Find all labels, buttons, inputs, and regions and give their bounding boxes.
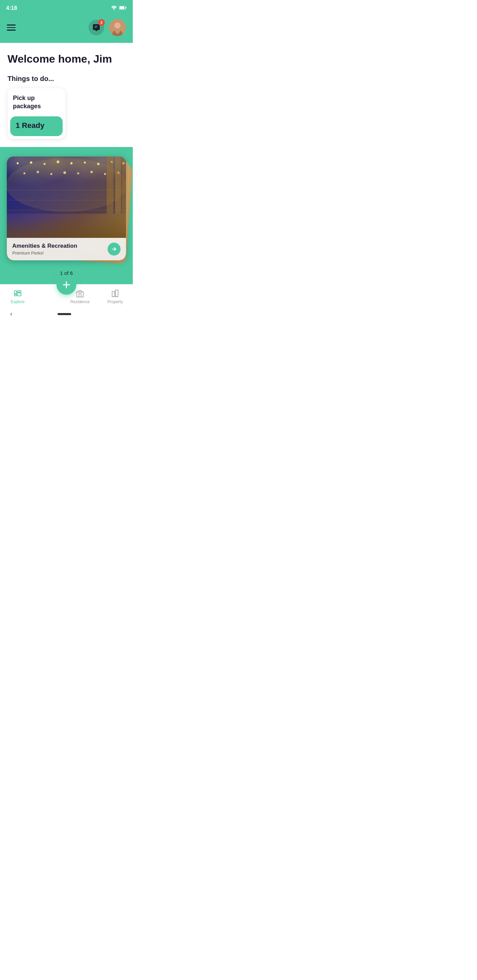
fab-button[interactable] [56, 275, 76, 295]
explore-icon [13, 288, 22, 298]
svg-point-5 [115, 22, 121, 29]
nav-item-explore[interactable]: Explore [0, 288, 35, 305]
svg-rect-31 [122, 156, 126, 214]
things-heading: Things to do... [8, 75, 125, 83]
nav-item-property[interactable]: Property [98, 288, 133, 305]
svg-point-0 [114, 9, 115, 10]
header-actions: 2 [89, 19, 126, 36]
nav-label-explore: Explore [11, 299, 24, 304]
user-avatar[interactable] [109, 19, 126, 36]
property-icon [110, 288, 120, 298]
svg-rect-29 [107, 156, 113, 214]
status-icons [111, 5, 127, 11]
svg-rect-34 [14, 291, 17, 294]
card-overlay-text: Amenities & Recreation Premium Perks! [12, 243, 77, 256]
things-section: Things to do... Pick up packages 1 Ready [0, 72, 133, 147]
card-subtitle: Premium Perks! [12, 250, 77, 256]
welcome-title: Welcome home, Jim [8, 52, 125, 65]
home-indicator[interactable] [57, 313, 71, 315]
status-bar: 4:18 [0, 0, 133, 15]
card-overlay: Amenities & Recreation Premium Perks! [7, 238, 126, 260]
bottom-nav: Explore Residence Property [0, 284, 133, 307]
chat-button[interactable]: 2 [89, 20, 104, 35]
avatar-image [109, 19, 126, 36]
svg-rect-39 [112, 292, 115, 297]
carousel-section: Amenities & Recreation Premium Perks! 1 … [0, 147, 133, 284]
carousel-container: Amenities & Recreation Premium Perks! [0, 156, 133, 266]
carousel-card-main[interactable]: Amenities & Recreation Premium Perks! [7, 156, 126, 260]
svg-rect-3 [126, 7, 126, 8]
task-card-bottom: 1 Ready [10, 116, 63, 136]
residence-icon [75, 288, 85, 298]
task-title: Pick up packages [13, 94, 60, 110]
task-status: 1 Ready [16, 121, 57, 130]
system-nav-bar: ‹ [0, 307, 133, 322]
svg-rect-30 [115, 156, 121, 214]
hamburger-menu[interactable] [7, 24, 16, 30]
svg-rect-2 [120, 6, 124, 9]
ceiling-lights-svg [7, 156, 126, 214]
header: 2 [0, 15, 133, 43]
svg-point-8 [17, 162, 19, 164]
wifi-icon [111, 5, 117, 11]
chat-badge: 2 [98, 19, 105, 26]
svg-rect-35 [14, 294, 17, 296]
plus-icon [61, 280, 72, 290]
arrow-right-icon [111, 246, 117, 252]
task-card-top: Pick up packages [8, 88, 65, 115]
back-arrow[interactable]: ‹ [10, 310, 12, 318]
svg-rect-38 [77, 292, 83, 297]
svg-rect-37 [18, 293, 21, 296]
nav-label-residence: Residence [70, 299, 89, 304]
nav-label-property: Property [108, 299, 123, 304]
battery-icon [119, 5, 127, 11]
card-arrow-button[interactable] [108, 243, 121, 256]
task-card-packages[interactable]: Pick up packages 1 Ready [8, 88, 65, 139]
status-time: 4:18 [6, 5, 17, 11]
welcome-section: Welcome home, Jim [0, 43, 133, 72]
card-title: Amenities & Recreation [12, 243, 77, 250]
svg-rect-36 [18, 291, 21, 292]
svg-rect-40 [115, 290, 118, 297]
